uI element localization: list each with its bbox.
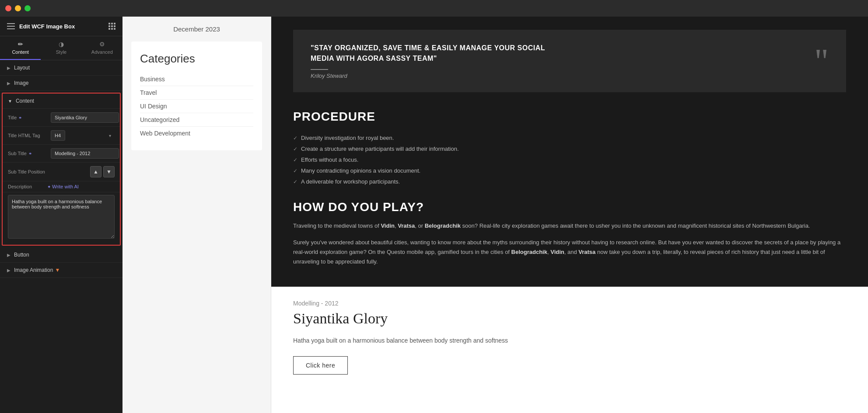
category-uncategorized[interactable]: Uncategorized [140, 113, 253, 127]
categories-section: Categories Business Travel UI Design Unc… [131, 42, 262, 150]
title-bar [0, 0, 868, 17]
panel-title: Edit WCF Image Box [19, 23, 75, 30]
how-to-play-p1: Traveling to the medieval towns of Vidin… [293, 221, 846, 231]
section-layout[interactable]: ▶ Layout [0, 60, 122, 76]
gear-icon: ⚙ [99, 41, 105, 48]
button-label: Button [14, 252, 29, 258]
image-animation-arrow: ▶ [7, 268, 10, 273]
image-animation-label: Image Animation [14, 267, 53, 273]
content-section-header[interactable]: ▼ Content [3, 94, 120, 109]
quote-line [311, 69, 328, 70]
dark-section: "STAY ORGANIZED, SAVE TIME & EASILY MANA… [271, 17, 868, 287]
layout-arrow: ▶ [7, 66, 10, 70]
procedure-list: Diversity investigation for royal been. … [293, 132, 846, 187]
section-image[interactable]: ▶ Image [0, 76, 122, 91]
title-html-tag-row: Title HTML Tag H4 H1 H2 H3 H5 H6 [3, 127, 120, 145]
position-up-button[interactable]: ▲ [90, 166, 102, 177]
tab-advanced[interactable]: ⚙ Advanced [82, 36, 122, 60]
section-button[interactable]: ▶ Button [0, 247, 122, 263]
grid-icon[interactable] [108, 23, 116, 30]
card-subtitle: Modelling - 2012 [293, 300, 846, 307]
quote-author: Kriloy Steward [311, 69, 674, 79]
category-business[interactable]: Business [140, 73, 253, 86]
quote-name: Kriloy Steward [311, 73, 674, 79]
procedure-item-2: Create a structure where participants wi… [293, 143, 846, 154]
right-area: "STAY ORGANIZED, SAVE TIME & EASILY MANA… [271, 17, 868, 413]
category-travel[interactable]: Travel [140, 86, 253, 100]
categories-title: Categories [140, 52, 253, 66]
quote-text: "STAY ORGANIZED, SAVE TIME & EASILY MANA… [311, 43, 565, 64]
content-arrow: ▼ [8, 99, 12, 104]
how-to-play-p2: Surely you've wondered about beautiful c… [293, 238, 846, 267]
title-input[interactable] [51, 112, 119, 123]
quote-content: "STAY ORGANIZED, SAVE TIME & EASILY MANA… [311, 43, 674, 79]
date-label: December 2023 [131, 25, 262, 33]
subtitle-row: Sub Title ⚭ [3, 145, 120, 163]
panel-header-left: Edit WCF Image Box [7, 23, 75, 30]
how-to-play-heading: HOW DO YOU PLAY? [293, 200, 846, 214]
section-image-animation[interactable]: ▶ Image Animation ▼ [0, 263, 122, 278]
title-link-icon: ⚭ [18, 115, 22, 120]
subtitle-input[interactable] [51, 148, 119, 159]
panel-header: Edit WCF Image Box [0, 17, 122, 36]
category-web-dev[interactable]: Web Development [140, 127, 253, 140]
tab-content[interactable]: ✏ Content [0, 36, 41, 60]
card-description: Hatha yoga built on a harmonious balance… [293, 336, 846, 345]
image-label: Image [14, 80, 28, 86]
maximize-button[interactable] [24, 5, 31, 11]
title-html-tag-select[interactable]: H4 H1 H2 H3 H5 H6 [51, 130, 65, 141]
procedure-item-4: Many contradicting opinions a vision doc… [293, 165, 846, 176]
style-icon: ◑ [59, 41, 64, 48]
title-row: Title ⚭ [3, 109, 120, 127]
description-label: Description [8, 184, 47, 189]
minimize-button[interactable] [15, 5, 21, 11]
description-textarea-wrapper: Hatha yoga built on a harmonious balance… [3, 192, 120, 245]
category-ui-design[interactable]: UI Design [140, 100, 253, 113]
title-label: Title ⚭ [8, 115, 47, 120]
middle-area: December 2023 Categories Business Travel… [122, 17, 271, 413]
click-here-button[interactable]: Click here [293, 356, 348, 375]
procedure-item-3: Efforts without a focus. [293, 154, 846, 165]
procedure-heading: PROCEDURE [293, 110, 846, 124]
subtitle-position-label: Sub Title Position [8, 169, 47, 174]
button-arrow: ▶ [7, 253, 10, 257]
subtitle-label: Sub Title ⚭ [8, 151, 47, 156]
main-area: Edit WCF Image Box ✏ Content ◑ Style ⚙ A… [0, 17, 868, 413]
title-html-tag-select-wrapper: H4 H1 H2 H3 H5 H6 [51, 130, 115, 141]
position-buttons: ▲ ▼ [90, 166, 115, 177]
traffic-lights [5, 5, 31, 11]
subtitle-link-icon: ⚭ [28, 151, 32, 156]
description-row: Description Write with AI [3, 181, 120, 192]
title-html-tag-label: Title HTML Tag [8, 133, 47, 138]
light-section: Modelling - 2012 Siyantika Glory Hatha y… [271, 287, 868, 387]
description-textarea[interactable]: Hatha yoga built on a harmonious balance… [8, 195, 115, 239]
card-title: Siyantika Glory [293, 310, 846, 327]
procedure-item-5: A deliverable for workshop participants. [293, 176, 846, 187]
procedure-item-1: Diversity investigation for royal been. [293, 132, 846, 143]
image-arrow: ▶ [7, 81, 10, 86]
hamburger-icon[interactable] [7, 23, 15, 29]
layout-label: Layout [14, 65, 30, 71]
animation-warning-icon: ▼ [55, 267, 60, 273]
subtitle-position-row: Sub Title Position ▲ ▼ [3, 163, 120, 181]
content-section-label: Content [16, 98, 34, 104]
close-button[interactable] [5, 5, 11, 11]
pencil-icon: ✏ [18, 41, 23, 48]
content-section: ▼ Content Title ⚭ Title HTML Tag H4 [2, 93, 121, 246]
panel-tabs: ✏ Content ◑ Style ⚙ Advanced [0, 36, 122, 60]
quote-mark: " [814, 44, 829, 79]
tab-style[interactable]: ◑ Style [41, 36, 81, 60]
left-panel: Edit WCF Image Box ✏ Content ◑ Style ⚙ A… [0, 17, 122, 413]
quote-box: "STAY ORGANIZED, SAVE TIME & EASILY MANA… [293, 30, 846, 92]
write-ai-button[interactable]: Write with AI [47, 184, 79, 189]
position-down-button[interactable]: ▼ [103, 166, 115, 177]
